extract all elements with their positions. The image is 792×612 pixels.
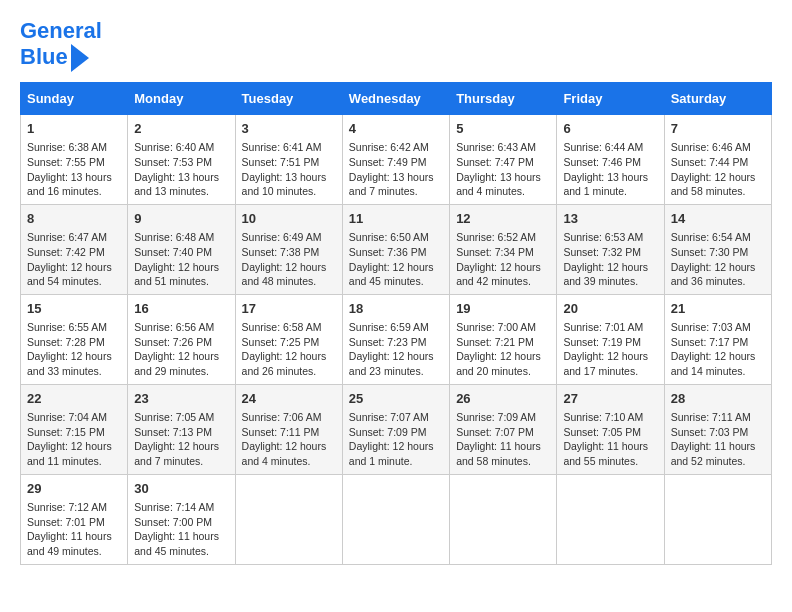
calendar-cell: 16Sunrise: 6:56 AM Sunset: 7:26 PM Dayli… xyxy=(128,294,235,384)
day-info: Sunrise: 6:40 AM Sunset: 7:53 PM Dayligh… xyxy=(134,140,228,199)
day-number: 25 xyxy=(349,390,443,408)
day-info: Sunrise: 7:10 AM Sunset: 7:05 PM Dayligh… xyxy=(563,410,657,469)
day-info: Sunrise: 7:03 AM Sunset: 7:17 PM Dayligh… xyxy=(671,320,765,379)
day-number: 19 xyxy=(456,300,550,318)
day-number: 5 xyxy=(456,120,550,138)
day-number: 12 xyxy=(456,210,550,228)
day-number: 21 xyxy=(671,300,765,318)
day-info: Sunrise: 6:38 AM Sunset: 7:55 PM Dayligh… xyxy=(27,140,121,199)
calendar-cell xyxy=(664,474,771,564)
calendar-cell: 20Sunrise: 7:01 AM Sunset: 7:19 PM Dayli… xyxy=(557,294,664,384)
day-info: Sunrise: 7:00 AM Sunset: 7:21 PM Dayligh… xyxy=(456,320,550,379)
day-number: 11 xyxy=(349,210,443,228)
day-number: 28 xyxy=(671,390,765,408)
day-info: Sunrise: 7:09 AM Sunset: 7:07 PM Dayligh… xyxy=(456,410,550,469)
day-number: 24 xyxy=(242,390,336,408)
day-info: Sunrise: 7:05 AM Sunset: 7:13 PM Dayligh… xyxy=(134,410,228,469)
day-number: 18 xyxy=(349,300,443,318)
calendar-cell: 24Sunrise: 7:06 AM Sunset: 7:11 PM Dayli… xyxy=(235,384,342,474)
calendar-cell: 21Sunrise: 7:03 AM Sunset: 7:17 PM Dayli… xyxy=(664,294,771,384)
day-number: 22 xyxy=(27,390,121,408)
calendar-week-5: 29Sunrise: 7:12 AM Sunset: 7:01 PM Dayli… xyxy=(21,474,772,564)
weekday-header-wednesday: Wednesday xyxy=(342,83,449,115)
calendar-cell: 12Sunrise: 6:52 AM Sunset: 7:34 PM Dayli… xyxy=(450,204,557,294)
day-info: Sunrise: 6:58 AM Sunset: 7:25 PM Dayligh… xyxy=(242,320,336,379)
day-info: Sunrise: 6:54 AM Sunset: 7:30 PM Dayligh… xyxy=(671,230,765,289)
calendar-cell: 11Sunrise: 6:50 AM Sunset: 7:36 PM Dayli… xyxy=(342,204,449,294)
day-number: 26 xyxy=(456,390,550,408)
calendar-cell: 23Sunrise: 7:05 AM Sunset: 7:13 PM Dayli… xyxy=(128,384,235,474)
weekday-header-friday: Friday xyxy=(557,83,664,115)
day-info: Sunrise: 6:42 AM Sunset: 7:49 PM Dayligh… xyxy=(349,140,443,199)
day-info: Sunrise: 7:12 AM Sunset: 7:01 PM Dayligh… xyxy=(27,500,121,559)
calendar-cell xyxy=(342,474,449,564)
logo: General Blue xyxy=(20,20,102,72)
calendar-cell: 18Sunrise: 6:59 AM Sunset: 7:23 PM Dayli… xyxy=(342,294,449,384)
day-number: 29 xyxy=(27,480,121,498)
calendar-cell: 25Sunrise: 7:07 AM Sunset: 7:09 PM Dayli… xyxy=(342,384,449,474)
day-number: 20 xyxy=(563,300,657,318)
day-number: 6 xyxy=(563,120,657,138)
weekday-header-row: SundayMondayTuesdayWednesdayThursdayFrid… xyxy=(21,83,772,115)
day-number: 14 xyxy=(671,210,765,228)
day-number: 9 xyxy=(134,210,228,228)
calendar-cell: 26Sunrise: 7:09 AM Sunset: 7:07 PM Dayli… xyxy=(450,384,557,474)
calendar-cell: 19Sunrise: 7:00 AM Sunset: 7:21 PM Dayli… xyxy=(450,294,557,384)
day-number: 13 xyxy=(563,210,657,228)
calendar-cell: 30Sunrise: 7:14 AM Sunset: 7:00 PM Dayli… xyxy=(128,474,235,564)
calendar-cell: 10Sunrise: 6:49 AM Sunset: 7:38 PM Dayli… xyxy=(235,204,342,294)
day-number: 17 xyxy=(242,300,336,318)
calendar-cell: 22Sunrise: 7:04 AM Sunset: 7:15 PM Dayli… xyxy=(21,384,128,474)
weekday-header-saturday: Saturday xyxy=(664,83,771,115)
calendar-cell: 15Sunrise: 6:55 AM Sunset: 7:28 PM Dayli… xyxy=(21,294,128,384)
calendar-table: SundayMondayTuesdayWednesdayThursdayFrid… xyxy=(20,82,772,565)
day-number: 30 xyxy=(134,480,228,498)
day-info: Sunrise: 6:49 AM Sunset: 7:38 PM Dayligh… xyxy=(242,230,336,289)
day-info: Sunrise: 6:43 AM Sunset: 7:47 PM Dayligh… xyxy=(456,140,550,199)
day-number: 15 xyxy=(27,300,121,318)
day-number: 23 xyxy=(134,390,228,408)
calendar-cell: 17Sunrise: 6:58 AM Sunset: 7:25 PM Dayli… xyxy=(235,294,342,384)
calendar-week-2: 8Sunrise: 6:47 AM Sunset: 7:42 PM Daylig… xyxy=(21,204,772,294)
calendar-cell: 7Sunrise: 6:46 AM Sunset: 7:44 PM Daylig… xyxy=(664,115,771,205)
day-number: 2 xyxy=(134,120,228,138)
day-info: Sunrise: 6:55 AM Sunset: 7:28 PM Dayligh… xyxy=(27,320,121,379)
day-number: 16 xyxy=(134,300,228,318)
page-header: General Blue xyxy=(20,20,772,72)
day-info: Sunrise: 6:48 AM Sunset: 7:40 PM Dayligh… xyxy=(134,230,228,289)
calendar-cell: 8Sunrise: 6:47 AM Sunset: 7:42 PM Daylig… xyxy=(21,204,128,294)
calendar-cell: 13Sunrise: 6:53 AM Sunset: 7:32 PM Dayli… xyxy=(557,204,664,294)
calendar-cell xyxy=(235,474,342,564)
weekday-header-sunday: Sunday xyxy=(21,83,128,115)
weekday-header-thursday: Thursday xyxy=(450,83,557,115)
day-info: Sunrise: 6:44 AM Sunset: 7:46 PM Dayligh… xyxy=(563,140,657,199)
day-number: 7 xyxy=(671,120,765,138)
day-info: Sunrise: 7:07 AM Sunset: 7:09 PM Dayligh… xyxy=(349,410,443,469)
day-number: 8 xyxy=(27,210,121,228)
day-info: Sunrise: 7:01 AM Sunset: 7:19 PM Dayligh… xyxy=(563,320,657,379)
day-info: Sunrise: 7:04 AM Sunset: 7:15 PM Dayligh… xyxy=(27,410,121,469)
day-info: Sunrise: 6:52 AM Sunset: 7:34 PM Dayligh… xyxy=(456,230,550,289)
calendar-cell xyxy=(557,474,664,564)
calendar-cell: 9Sunrise: 6:48 AM Sunset: 7:40 PM Daylig… xyxy=(128,204,235,294)
day-info: Sunrise: 6:56 AM Sunset: 7:26 PM Dayligh… xyxy=(134,320,228,379)
day-info: Sunrise: 6:47 AM Sunset: 7:42 PM Dayligh… xyxy=(27,230,121,289)
weekday-header-monday: Monday xyxy=(128,83,235,115)
day-info: Sunrise: 7:06 AM Sunset: 7:11 PM Dayligh… xyxy=(242,410,336,469)
day-number: 4 xyxy=(349,120,443,138)
calendar-cell: 6Sunrise: 6:44 AM Sunset: 7:46 PM Daylig… xyxy=(557,115,664,205)
day-info: Sunrise: 6:46 AM Sunset: 7:44 PM Dayligh… xyxy=(671,140,765,199)
calendar-week-1: 1Sunrise: 6:38 AM Sunset: 7:55 PM Daylig… xyxy=(21,115,772,205)
calendar-week-4: 22Sunrise: 7:04 AM Sunset: 7:15 PM Dayli… xyxy=(21,384,772,474)
day-info: Sunrise: 7:14 AM Sunset: 7:00 PM Dayligh… xyxy=(134,500,228,559)
day-info: Sunrise: 6:53 AM Sunset: 7:32 PM Dayligh… xyxy=(563,230,657,289)
calendar-cell: 3Sunrise: 6:41 AM Sunset: 7:51 PM Daylig… xyxy=(235,115,342,205)
logo-blue: Blue xyxy=(20,46,68,68)
day-number: 1 xyxy=(27,120,121,138)
day-number: 3 xyxy=(242,120,336,138)
calendar-cell: 1Sunrise: 6:38 AM Sunset: 7:55 PM Daylig… xyxy=(21,115,128,205)
calendar-cell: 5Sunrise: 6:43 AM Sunset: 7:47 PM Daylig… xyxy=(450,115,557,205)
day-info: Sunrise: 6:50 AM Sunset: 7:36 PM Dayligh… xyxy=(349,230,443,289)
day-number: 10 xyxy=(242,210,336,228)
logo-arrow-icon xyxy=(71,44,89,72)
